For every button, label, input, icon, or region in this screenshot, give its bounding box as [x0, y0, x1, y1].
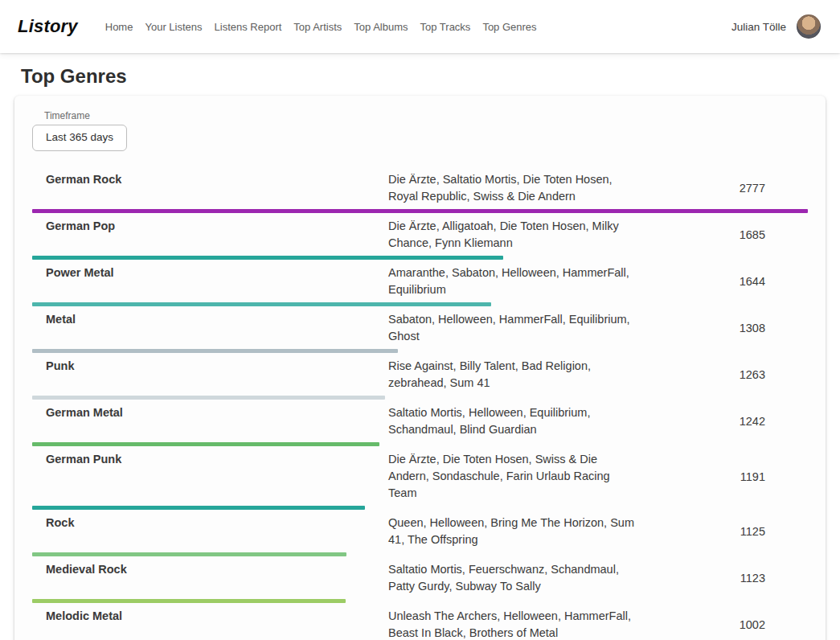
nav-your-listens[interactable]: Your Listens: [145, 21, 202, 33]
genre-row-content: Punk Rise Against, Billy Talent, Bad Rel…: [32, 353, 808, 396]
genre-name: German Punk: [46, 451, 388, 468]
nav-top-genres[interactable]: Top Genres: [482, 21, 536, 33]
genre-artists: Die Ärzte, Alligatoah, Die Toten Hosen, …: [388, 218, 636, 252]
nav-listens-report[interactable]: Listens Report: [215, 21, 282, 33]
nav-top-albums[interactable]: Top Albums: [354, 21, 408, 33]
genre-count: 1191: [740, 470, 808, 483]
timeframe-select[interactable]: Last 365 days: [32, 125, 127, 151]
genre-table: German Rock Die Ärzte, Saltatio Mortis, …: [32, 166, 808, 640]
genre-row-content: Medieval Rock Saltatio Mortis, Feuerschw…: [32, 556, 808, 599]
user-avatar[interactable]: [797, 14, 821, 39]
genre-count: 2777: [740, 182, 808, 195]
genre-row: German Metal Saltatio Mortis, Helloween,…: [32, 400, 808, 446]
genre-name: German Rock: [46, 171, 388, 188]
genre-artists: Die Ärzte, Saltatio Mortis, Die Toten Ho…: [388, 171, 636, 205]
genre-name: German Pop: [46, 218, 388, 235]
genre-count: 1644: [740, 275, 808, 288]
genre-name: Melodic Metal: [46, 608, 388, 625]
page-title: Top Genres: [21, 64, 819, 88]
genre-row: German Punk Die Ärzte, Die Toten Hosen, …: [32, 446, 808, 510]
genre-artists: Die Ärzte, Die Toten Hosen, Swiss & Die …: [388, 451, 636, 502]
genre-count: 1002: [740, 618, 808, 631]
user-name: Julian Tölle: [731, 21, 786, 33]
genre-row-content: German Metal Saltatio Mortis, Helloween,…: [32, 400, 808, 442]
genre-count: 1242: [740, 415, 808, 428]
genre-row-content: Melodic Metal Unleash The Archers, Hello…: [32, 603, 808, 640]
genre-row-content: Power Metal Amaranthe, Sabaton, Hellowee…: [32, 260, 808, 302]
nav-top-tracks[interactable]: Top Tracks: [420, 21, 471, 33]
genre-artists: Saltatio Mortis, Feuerschwanz, Schandmau…: [388, 561, 636, 595]
app-logo[interactable]: Listory: [18, 16, 78, 37]
top-genres-card: Timeframe Last 365 days German Rock Die …: [14, 96, 826, 640]
genre-row-content: Rock Queen, Helloween, Bring Me The Hori…: [32, 510, 808, 552]
timeframe-control: Timeframe Last 365 days: [32, 110, 808, 151]
timeframe-label: Timeframe: [44, 110, 808, 121]
genre-artists: Unleash The Archers, Helloween, HammerFa…: [388, 608, 636, 640]
nav-top-artists[interactable]: Top Artists: [293, 21, 342, 33]
genre-count: 1125: [740, 525, 808, 538]
genre-count: 1685: [740, 228, 808, 241]
genre-row-content: German Pop Die Ärzte, Alligatoah, Die To…: [32, 213, 808, 256]
main-content: Top Genres Timeframe Last 365 days Germa…: [0, 64, 840, 640]
genre-artists: Queen, Helloween, Bring Me The Horizon, …: [388, 515, 636, 548]
genre-artists: Saltatio Mortis, Helloween, Equilibrium,…: [388, 404, 636, 438]
genre-row-content: German Punk Die Ärzte, Die Toten Hosen, …: [32, 446, 808, 506]
genre-name: Metal: [46, 311, 388, 328]
genre-count: 1308: [740, 322, 808, 334]
genre-name: Punk: [46, 358, 388, 375]
genre-name: Rock: [46, 515, 388, 531]
genre-row-content: German Rock Die Ärzte, Saltatio Mortis, …: [32, 166, 808, 209]
genre-row-content: Metal Sabaton, Helloween, HammerFall, Eq…: [32, 306, 808, 349]
genre-row: Metal Sabaton, Helloween, HammerFall, Eq…: [32, 306, 808, 353]
genre-name: German Metal: [46, 404, 388, 421]
nav-home[interactable]: Home: [105, 21, 133, 33]
genre-row: Punk Rise Against, Billy Talent, Bad Rel…: [32, 353, 808, 400]
genre-name: Medieval Rock: [46, 561, 388, 578]
genre-row: Power Metal Amaranthe, Sabaton, Hellowee…: [32, 260, 808, 306]
user-menu[interactable]: Julian Tölle: [731, 14, 821, 39]
genre-row: German Rock Die Ärzte, Saltatio Mortis, …: [32, 166, 808, 213]
genre-row: German Pop Die Ärzte, Alligatoah, Die To…: [32, 213, 808, 260]
genre-row: Melodic Metal Unleash The Archers, Hello…: [32, 603, 808, 640]
genre-name: Power Metal: [46, 265, 388, 281]
genre-count: 1263: [740, 368, 808, 381]
genre-artists: Rise Against, Billy Talent, Bad Religion…: [388, 358, 636, 392]
app-header: Listory Home Your Listens Listens Report…: [0, 0, 840, 53]
genre-count: 1123: [740, 572, 808, 585]
genre-row: Rock Queen, Helloween, Bring Me The Hori…: [32, 510, 808, 556]
genre-artists: Sabaton, Helloween, HammerFall, Equilibr…: [388, 311, 636, 345]
main-nav: Home Your Listens Listens Report Top Art…: [105, 21, 537, 33]
genre-artists: Amaranthe, Sabaton, Helloween, HammerFal…: [388, 265, 636, 298]
genre-row: Medieval Rock Saltatio Mortis, Feuerschw…: [32, 556, 808, 603]
